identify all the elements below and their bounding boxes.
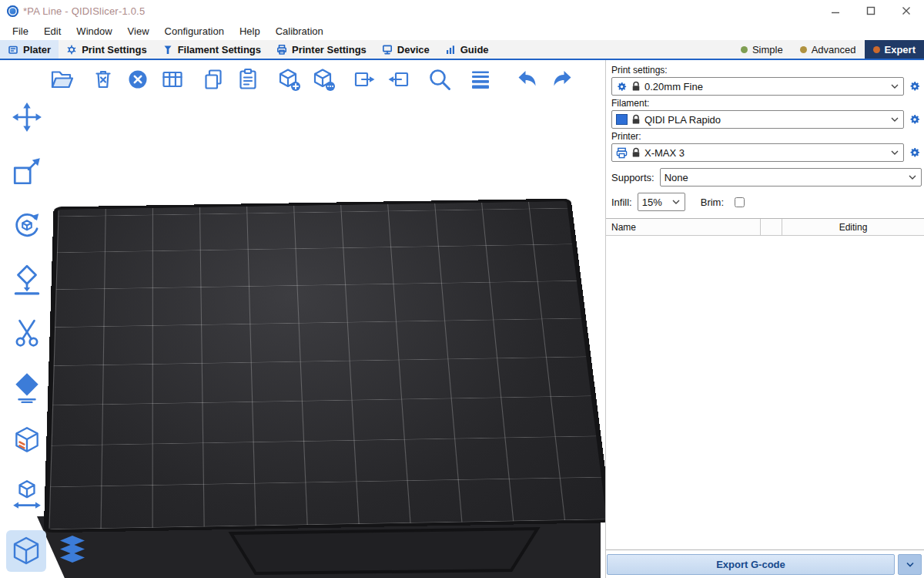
tab-print-settings[interactable]: Print Settings <box>59 40 155 59</box>
paste-button[interactable] <box>233 65 263 94</box>
lock-icon <box>631 81 641 92</box>
tab-filament-settings[interactable]: Filament Settings <box>155 40 269 59</box>
cut-tool-button[interactable] <box>8 316 45 350</box>
column-editing: Editing <box>782 219 924 235</box>
filament-color-swatch <box>616 114 628 125</box>
chevron-down-icon <box>672 200 680 204</box>
seam-paint-tool-button[interactable] <box>8 370 45 404</box>
print-settings-combo[interactable]: 0.20mm Fine <box>611 77 904 96</box>
variable-layer-height-button[interactable] <box>466 65 495 94</box>
set-instances-button[interactable] <box>309 65 338 94</box>
filament-value: QIDI PLA Rapido <box>644 114 721 126</box>
gear-icon <box>909 146 921 159</box>
filament-settings-icon <box>162 44 173 55</box>
minimize-icon <box>831 6 840 15</box>
brim-checkbox[interactable] <box>735 197 745 207</box>
column-name: Name <box>606 219 761 235</box>
tab-printer-settings[interactable]: Printer Settings <box>269 40 374 59</box>
delete-all-button[interactable] <box>123 65 152 94</box>
measure-tool-button[interactable] <box>8 478 45 512</box>
advanced-dot-icon <box>800 46 807 53</box>
chevron-down-icon <box>906 562 914 567</box>
menu-file[interactable]: File <box>5 22 36 40</box>
arrange-icon <box>160 67 185 92</box>
infill-value: 15% <box>642 197 662 208</box>
add-instance-button[interactable] <box>274 65 303 94</box>
add-instance-icon <box>276 67 301 92</box>
menu-edit[interactable]: Edit <box>36 22 69 40</box>
top-toolbar <box>48 65 577 94</box>
guide-icon <box>445 44 456 55</box>
cut-icon <box>11 317 43 349</box>
filament-combo[interactable]: QIDI PLA Rapido <box>611 110 904 129</box>
mode-switcher: Simple Advanced Expert <box>732 40 924 59</box>
split-to-parts-icon <box>387 67 411 92</box>
search-button[interactable] <box>425 65 454 94</box>
copy-button[interactable] <box>199 65 228 94</box>
lock-icon <box>631 147 641 158</box>
menu-configuration[interactable]: Configuration <box>157 22 232 40</box>
gear-icon <box>909 80 921 92</box>
tab-guide[interactable]: Guide <box>437 40 497 59</box>
paint-supports-icon <box>11 425 43 457</box>
copy-icon <box>201 67 226 92</box>
mode-simple[interactable]: Simple <box>732 40 792 59</box>
maximize-button[interactable] <box>853 0 889 22</box>
filament-gear-button[interactable] <box>907 113 922 126</box>
printer-gear-button[interactable] <box>907 146 922 159</box>
plater-icon <box>8 44 18 55</box>
3d-viewport[interactable] <box>0 60 605 578</box>
supports-combo[interactable]: None <box>660 168 922 187</box>
object-list[interactable]: Name Editing <box>606 218 924 550</box>
rotate-tool-button[interactable] <box>8 208 45 242</box>
scale-tool-button[interactable] <box>8 154 45 188</box>
open-project-button[interactable] <box>48 65 77 94</box>
undo-icon <box>514 67 541 92</box>
export-options-button[interactable] <box>898 554 922 575</box>
place-on-face-tool-button[interactable] <box>8 262 45 296</box>
build-plate[interactable] <box>54 203 571 526</box>
tab-device[interactable]: Device <box>374 40 437 59</box>
editor-view-button[interactable] <box>6 530 46 572</box>
chevron-down-icon <box>909 175 916 180</box>
delete-button[interactable] <box>89 65 118 94</box>
filament-label: Filament: <box>611 98 922 109</box>
mode-expert[interactable]: Expert <box>865 40 924 59</box>
printer-label: Printer: <box>611 131 922 142</box>
rotate-icon <box>11 209 43 241</box>
minimize-button[interactable] <box>818 0 853 22</box>
close-button[interactable] <box>889 0 924 22</box>
title-bar: *PA Line - QIDISlicer-1.0.5 <box>0 0 924 22</box>
object-list-body[interactable] <box>606 236 924 549</box>
profile-gear-icon <box>616 81 628 92</box>
infill-label: Infill: <box>611 197 632 208</box>
left-toolbar <box>5 100 49 512</box>
split-to-objects-icon <box>352 67 377 92</box>
mode-advanced[interactable]: Advanced <box>792 40 865 59</box>
print-settings-gear-button[interactable] <box>907 80 922 92</box>
undo-button[interactable] <box>513 65 542 94</box>
device-icon <box>382 44 393 55</box>
preview-view-button[interactable] <box>52 530 92 572</box>
place-on-face-icon <box>11 263 43 295</box>
menu-help[interactable]: Help <box>232 22 268 40</box>
split-to-objects-button[interactable] <box>350 65 379 94</box>
paint-supports-tool-button[interactable] <box>8 424 45 458</box>
infill-combo[interactable]: 15% <box>638 193 685 211</box>
printer-combo[interactable]: X-MAX 3 <box>611 143 904 162</box>
menu-window[interactable]: Window <box>69 22 119 40</box>
tab-plater[interactable]: Plater <box>0 40 59 59</box>
printer-settings-icon <box>276 44 287 55</box>
move-tool-button[interactable] <box>8 100 45 134</box>
export-gcode-button[interactable]: Export G-code <box>607 554 895 575</box>
paste-icon <box>236 67 260 92</box>
redo-button[interactable] <box>547 65 577 94</box>
split-to-parts-button[interactable] <box>384 65 413 94</box>
chevron-down-icon <box>891 117 899 122</box>
menu-view[interactable]: View <box>120 22 157 40</box>
menu-calibration[interactable]: Calibration <box>268 22 331 40</box>
chevron-down-icon <box>891 150 899 155</box>
arrange-button[interactable] <box>158 65 187 94</box>
brim-label: Brim: <box>701 197 724 208</box>
lock-icon <box>631 114 641 125</box>
